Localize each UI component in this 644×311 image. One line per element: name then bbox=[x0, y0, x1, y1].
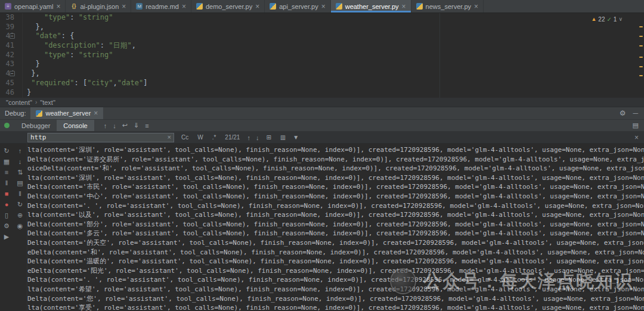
inspections-widget[interactable]: ▲ 22 ✓ 1 ∨ bbox=[591, 15, 623, 24]
clear-search-icon[interactable]: × bbox=[168, 134, 171, 141]
gutter-line: 40− bbox=[0, 32, 14, 41]
pause-output-icon[interactable]: ‖ bbox=[16, 189, 25, 198]
editor-tab-ai-plugin.json[interactable]: {}ai-plugin.json× bbox=[66, 0, 131, 13]
settings-icon[interactable]: ⚙ bbox=[2, 222, 11, 230]
warning-stripe-mark[interactable] bbox=[639, 45, 643, 46]
close-find-bar-icon[interactable]: × bbox=[634, 134, 644, 141]
hide-icon[interactable]: ─ bbox=[633, 109, 638, 117]
editor-tab-news_server.py[interactable]: news_server.py× bbox=[411, 0, 484, 13]
editor-tab-api_server.py[interactable]: api_server.py× bbox=[265, 0, 330, 13]
view-options-icon[interactable]: ▤ bbox=[16, 179, 25, 187]
breadcrumb-item-content[interactable]: "content" bbox=[6, 99, 32, 106]
console-line: Delta(content='市民', role='assistant', to… bbox=[27, 182, 644, 192]
pin-icon[interactable]: ▶ bbox=[2, 232, 11, 241]
code-line: "date": { bbox=[27, 32, 644, 41]
warning-stripe-mark[interactable] bbox=[639, 26, 643, 27]
layout-settings-icon[interactable]: ▤ bbox=[633, 122, 639, 129]
console-line: lta(content='深圳', role='assistant', tool… bbox=[27, 173, 644, 183]
tab-label: api_server.py bbox=[279, 3, 318, 10]
close-icon[interactable]: × bbox=[122, 3, 126, 10]
gutter-line: 42 bbox=[0, 51, 14, 60]
scroll-to-end-icon[interactable]: ⇓ bbox=[134, 122, 139, 129]
tab-console[interactable]: Console bbox=[57, 120, 94, 131]
options-menu-icon[interactable]: ≡ bbox=[2, 168, 11, 176]
close-icon[interactable]: × bbox=[255, 3, 259, 10]
warning-stripe-mark[interactable] bbox=[639, 57, 643, 58]
match-counter: 21/21 bbox=[225, 134, 240, 141]
clear-console-icon[interactable]: ▯ bbox=[2, 211, 11, 219]
editor-tab-demo_server.py[interactable]: demo_server.py× bbox=[191, 0, 265, 13]
console-line: Delta(content='您', role='assistant', too… bbox=[27, 294, 644, 304]
code-editor[interactable]: 383940−41424344−4546 "type": "string" },… bbox=[0, 13, 644, 98]
fold-icon[interactable]: − bbox=[10, 33, 15, 39]
whole-words-toggle[interactable]: W bbox=[196, 133, 205, 141]
next-occurrence-icon[interactable]: ↓ bbox=[16, 157, 25, 166]
regex-toggle[interactable]: .* bbox=[210, 133, 218, 141]
fold-icon[interactable]: − bbox=[10, 71, 15, 76]
pause-icon[interactable]: ‖ bbox=[2, 179, 11, 187]
session-tab-label: weather_server bbox=[45, 110, 91, 117]
stop-icon[interactable]: ■ bbox=[2, 189, 11, 198]
py-file-icon bbox=[336, 3, 342, 10]
console-line: Delta(content='温暖的', role='assistant', t… bbox=[27, 257, 644, 266]
search-field[interactable]: × bbox=[27, 133, 174, 142]
filter-icon[interactable]: ▼ bbox=[293, 134, 299, 141]
breadcrumb-item-text[interactable]: "text" bbox=[40, 99, 55, 106]
sort-icon[interactable]: ⇅ bbox=[16, 168, 25, 176]
console-output[interactable]: lta(content='深圳', role='assistant', tool… bbox=[27, 144, 644, 311]
close-icon[interactable]: × bbox=[182, 3, 186, 10]
down-stack-icon[interactable]: ↓ bbox=[113, 122, 116, 129]
expand-all-icon[interactable]: ⊕ bbox=[16, 211, 25, 219]
gutter-line: 38 bbox=[0, 13, 14, 23]
debug-session-tab[interactable]: weather_server × bbox=[30, 107, 103, 119]
warning-icon: ▲ bbox=[591, 15, 596, 24]
warning-stripe-mark[interactable] bbox=[639, 75, 643, 76]
prev-occurrence-icon[interactable]: ↑ bbox=[16, 147, 25, 155]
gear-icon[interactable]: ⚙ bbox=[620, 109, 626, 117]
editor-tab-openapi.yaml[interactable]: ≡openapi.yaml× bbox=[0, 0, 66, 13]
warning-stripe-mark[interactable] bbox=[639, 66, 643, 67]
search-history-icon[interactable]: ▥ bbox=[278, 133, 287, 141]
close-icon[interactable]: × bbox=[56, 3, 60, 10]
py-file-icon bbox=[270, 3, 276, 10]
soft-wrap-icon[interactable]: ↩ bbox=[122, 122, 128, 129]
console-left-toolbar: ↑↓⇅▤‖↻⊕◉ bbox=[13, 144, 27, 311]
close-icon[interactable]: × bbox=[321, 3, 326, 10]
record-icon[interactable]: ◉ bbox=[16, 222, 25, 230]
prev-match-button[interactable]: ↑ bbox=[247, 134, 250, 141]
editor-tab-weather_server.py[interactable]: weather_server.py× bbox=[331, 0, 411, 13]
console-line: lta(content='深圳', role='assistant', tool… bbox=[27, 145, 644, 155]
code-line: "required": ["city","date"] bbox=[27, 79, 644, 88]
restore-layout-icon[interactable]: ▦ bbox=[2, 157, 11, 166]
console-line: eDelta(content='阳光', role='assistant', t… bbox=[27, 266, 644, 276]
code-line: } bbox=[27, 88, 644, 98]
close-icon[interactable]: × bbox=[402, 3, 406, 10]
console-menu-icon[interactable]: ≡ bbox=[145, 122, 148, 129]
close-icon[interactable]: × bbox=[94, 110, 98, 117]
match-case-toggle[interactable]: Cc bbox=[179, 133, 190, 141]
editor-tab-readme.md[interactable]: Mreadme.md× bbox=[131, 0, 191, 13]
tab-label: weather_server.py bbox=[345, 3, 399, 10]
next-match-button[interactable]: ↓ bbox=[256, 134, 259, 141]
ide-window: ≡openapi.yaml×{}ai-plugin.json×Mreadme.m… bbox=[0, 0, 644, 311]
console-line: Delta(content='多云', role='assistant', to… bbox=[27, 229, 644, 238]
rerun-icon[interactable]: ↻ bbox=[2, 147, 11, 155]
tab-label: ai-plugin.json bbox=[80, 3, 119, 10]
debug-console[interactable]: ↻▦≡‖■●▯⚙▶ ↑↓⇅▤‖↻⊕◉ lta(content='深圳', rol… bbox=[0, 144, 644, 311]
tab-debugger[interactable]: Debugger bbox=[15, 120, 57, 131]
breadcrumb[interactable]: "content" › "text" bbox=[0, 98, 644, 107]
multiline-search-icon[interactable]: ⊞ bbox=[264, 133, 273, 141]
code-line: "type": "string" bbox=[27, 51, 644, 60]
refresh-icon[interactable]: ↻ bbox=[16, 200, 25, 209]
close-icon[interactable]: × bbox=[474, 3, 478, 10]
python-file-icon bbox=[36, 110, 42, 117]
console-search-input[interactable] bbox=[30, 133, 168, 141]
debug-view-tab-row: DebuggerConsole ↑↓↩⇓≡ ▤ bbox=[0, 120, 644, 132]
mute-breakpoints-icon[interactable]: ● bbox=[2, 200, 11, 209]
warning-stripe-mark[interactable] bbox=[639, 36, 643, 37]
chevron-down-icon: ∨ bbox=[618, 15, 623, 24]
up-stack-icon[interactable]: ↑ bbox=[104, 122, 107, 129]
code-line: }, bbox=[27, 23, 644, 32]
editor-code[interactable]: "type": "string" }, "date": { "descripti… bbox=[23, 13, 644, 98]
error-stripe[interactable] bbox=[638, 13, 644, 98]
